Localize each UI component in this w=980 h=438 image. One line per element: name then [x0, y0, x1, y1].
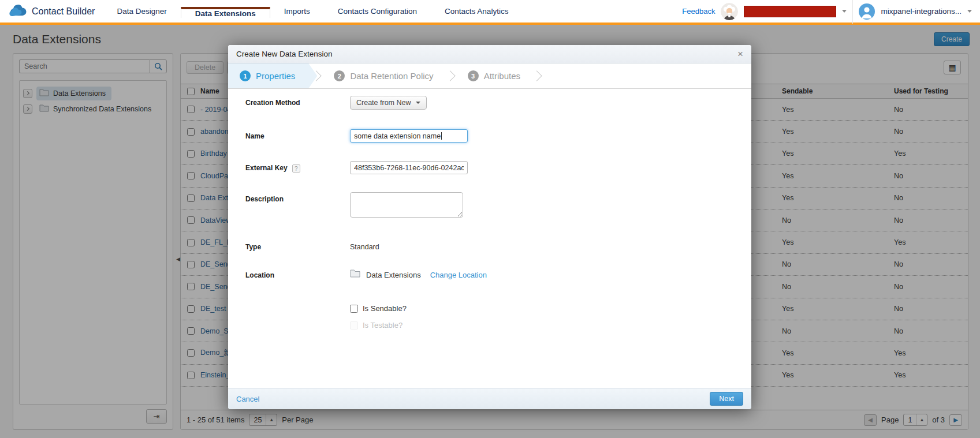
is-testable-label: Is Testable?	[363, 321, 403, 330]
app-title: Contact Builder	[32, 6, 95, 17]
cloud-logo-icon	[9, 4, 27, 19]
is-testable-row: Is Testable?	[350, 321, 403, 330]
tab-contacts-configuration[interactable]: Contacts Configuration	[324, 7, 431, 16]
next-button[interactable]: Next	[710, 392, 743, 406]
feedback-link[interactable]: Feedback	[682, 7, 715, 16]
step-data-retention-policy[interactable]: 2 Data Retention Policy	[322, 63, 450, 88]
caret-down-icon	[842, 10, 847, 13]
tab-data-extensions[interactable]: Data Extensions	[181, 7, 270, 18]
tab-contacts-analytics[interactable]: Contacts Analytics	[431, 7, 522, 16]
top-nav: Contact Builder Data Designer Data Exten…	[0, 0, 980, 25]
account-name[interactable]: mixpanel-integrations...	[881, 7, 962, 16]
description-textarea[interactable]	[350, 192, 463, 218]
folder-icon	[350, 269, 360, 280]
location-value: Data Extensions	[366, 271, 421, 279]
name-label: Name	[245, 129, 350, 143]
step-number-badge: 1	[240, 70, 251, 81]
step-number-badge: 2	[334, 70, 345, 81]
tab-data-designer[interactable]: Data Designer	[103, 7, 180, 16]
wizard-steps: 1 Properties 2 Data Retention Policy 3 A…	[228, 63, 751, 89]
step-attributes[interactable]: 3 Attributes	[456, 63, 538, 88]
is-sendable-row: Is Sendable?	[350, 304, 407, 313]
step-number-badge: 3	[468, 70, 479, 81]
user-avatar-icon[interactable]	[859, 3, 875, 20]
nav-divider	[852, 0, 853, 24]
caret-down-icon[interactable]	[967, 10, 972, 13]
cancel-button[interactable]: Cancel	[236, 395, 259, 403]
location-label: Location	[245, 268, 350, 280]
external-key-input[interactable]	[350, 161, 468, 174]
description-label: Description	[245, 192, 350, 218]
chevron-down-icon	[416, 102, 420, 104]
close-icon[interactable]: ×	[737, 49, 743, 59]
is-testable-checkbox	[350, 321, 358, 330]
creation-method-label: Creation Method	[245, 96, 350, 110]
account-switcher-redacted[interactable]	[744, 6, 836, 17]
external-key-label: External Key	[245, 164, 288, 172]
change-location-link[interactable]: Change Location	[430, 271, 487, 279]
type-value: Standard	[350, 240, 379, 251]
text-cursor	[441, 132, 442, 140]
create-data-extension-modal: Create New Data Extension × 1 Properties…	[228, 45, 751, 409]
help-icon[interactable]: ?	[292, 164, 300, 173]
name-input[interactable]: some data extension name	[350, 129, 468, 143]
is-sendable-label: Is Sendable?	[363, 304, 407, 313]
einstein-avatar-icon[interactable]	[721, 3, 738, 20]
step-properties[interactable]: 1 Properties	[228, 63, 317, 88]
modal-title: Create New Data Extension	[236, 50, 333, 58]
tab-imports[interactable]: Imports	[270, 7, 324, 16]
type-label: Type	[245, 240, 350, 251]
creation-method-dropdown[interactable]: Create from New	[350, 96, 427, 110]
is-sendable-checkbox[interactable]	[350, 305, 358, 313]
